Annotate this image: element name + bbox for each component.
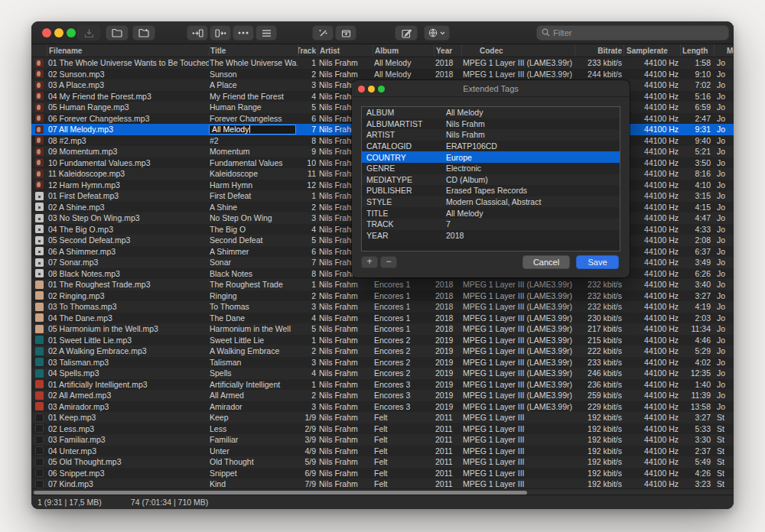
table-row[interactable]: 02 Less.mp3Less2/9Nils FrahmFelt2011MPEG… [31,423,734,435]
auto-tag-button[interactable] [312,25,334,41]
dialog-minimize-button[interactable] [368,86,375,92]
close-button[interactable] [42,28,51,37]
dialog-close-button[interactable] [358,86,365,92]
filter-input[interactable] [553,28,724,37]
table-row[interactable]: 03 To Thomas.mp3To Thomas3Nils FrahmEnco… [31,301,734,313]
column-header-album[interactable]: Album [373,44,434,57]
cell-year: 2011 [434,434,461,446]
cell-artist: Nils Frahm [317,390,373,401]
column-header-bitrate[interactable]: Bitrate [575,44,623,57]
table-row[interactable]: 04 The Dane.mp3The Dane4Nils FrahmEncore… [31,313,734,324]
table-row[interactable]: 01 Artificially Intelligent.mp3Artificia… [31,379,734,391]
cell-mode: Jo [714,357,734,368]
table-row[interactable]: 04 Spells.mp3Spells4Nils FrahmEncores 22… [31,368,734,379]
tag-row[interactable]: PUBLISHERErased Tapes Records [362,185,620,196]
open-folder-button[interactable] [106,25,129,41]
add-tag-button[interactable]: + [361,256,378,268]
web-lookup-button[interactable] [424,25,450,41]
edit-tags-button[interactable] [395,25,418,41]
tag-row[interactable]: STYLEModern Classical, Abstract [362,196,620,208]
cell-length: 5:49 [680,456,714,468]
cancel-button[interactable]: Cancel [522,255,570,269]
web-sources-button[interactable] [335,25,356,41]
table-row[interactable]: 01 Keep.mp3Keep1/9Nils FrahmFelt2011MPEG… [31,412,734,423]
column-header-track[interactable]: Track [298,44,317,57]
minimize-button[interactable] [54,28,63,37]
tag-row[interactable]: TRACK7 [362,219,620,230]
table-row[interactable]: 02 Ringing.mp3Ringing2Nils FrahmEncores … [31,290,734,302]
actions-button[interactable] [233,25,254,41]
cell-year: 2019 [434,401,461,413]
cell-mode: Jo [714,124,734,135]
column-header-artist[interactable]: Artist [317,44,373,57]
dialog-titlebar[interactable]: Extended Tags [352,80,630,97]
tag-row[interactable]: YEAR2018 [362,230,620,242]
tag-row[interactable]: COUNTRYEurope [362,151,620,163]
table-row[interactable]: 01 The Roughest Trade.mp3The Roughest Tr… [31,279,734,290]
column-header-year[interactable]: Year [434,44,461,57]
horizontal-scrollbar-thumb[interactable] [34,491,527,495]
tag-add-remove-group: + − [361,256,397,268]
cell-bitrate: 192 kbit/s [575,446,623,457]
table-row[interactable]: 02 A Walking Embrace.mp3A Walking Embrac… [31,345,734,357]
filename-to-tag-button[interactable] [210,25,231,41]
cell-length: 1:40 [680,379,714,391]
save-button[interactable]: Save [576,255,619,269]
table-row[interactable]: 01 Sweet Little Lie.mp3Sweet Little Lie1… [31,335,734,346]
table-row[interactable]: 03 Familiar.mp3Familiar3/9Nils FrahmFelt… [31,434,734,446]
tag-row[interactable]: MEDIATYPECD (Album) [362,174,620,186]
table-row[interactable]: 03 Amirador.mp3Amirador3Nils FrahmEncore… [31,401,734,413]
column-header-mode[interactable]: Mo [714,44,734,57]
cell-album: Encores 1 [373,279,434,290]
save-tags-button[interactable] [77,25,100,41]
dialog-zoom-button[interactable] [378,86,385,92]
zoom-button[interactable] [67,28,76,37]
title-edit-input[interactable]: All Melody [209,125,296,135]
cell-title: Human Range [209,102,298,113]
tag-row[interactable]: GENREElectronic [362,163,620,174]
album-art-icon [35,247,44,255]
tag-list-button[interactable] [256,25,277,41]
tag-row[interactable]: ALBUMAll Melody [362,107,620,118]
table-row[interactable]: 02 All Armed.mp3All Armed2Nils FrahmEnco… [31,390,734,401]
column-header-length[interactable]: Length [680,44,714,57]
cell-artist: Nils Frahm [317,434,373,446]
new-folder-button[interactable] [132,25,155,41]
cell-filename: 02 All Armed.mp3 [47,390,209,401]
cell-mode: Jo [714,290,734,302]
table-row[interactable]: 03 Talisman.mp3Talisman3Nils FrahmEncore… [31,357,734,368]
horizontal-scrollbar[interactable] [31,488,734,495]
album-art-icon [35,369,44,378]
cell-icon [31,168,47,180]
cell-icon [31,290,47,302]
tag-row[interactable]: TITLEAll Melody [362,207,620,219]
tag-row[interactable]: ARTISTNils Frahm [362,129,620,141]
table-row[interactable]: 06 Snippet.mp3Snippet6/9Nils FrahmFelt20… [31,468,734,479]
table-row[interactable]: 07 Kind.mp3Kind7/9Nils FrahmFelt2011MPEG… [31,478,734,488]
cell-title: Kind [209,478,298,488]
cell-album: Felt [373,456,434,468]
table-row[interactable]: 01 The Whole Universe Wants to Be Touche… [31,57,734,69]
cell-filename: 01 Artificially Intelligent.mp3 [47,379,209,391]
cell-filename: 03 No Step On Wing.mp3 [47,212,209,224]
cell-track: 5 [298,323,317,335]
column-header-title[interactable]: Title [209,44,298,57]
tag-to-filename-button[interactable] [187,25,208,41]
remove-tag-button[interactable]: − [380,256,397,268]
column-header-codec[interactable]: Codec [461,44,575,57]
cell-artist: Nils Frahm [317,357,373,368]
table-row[interactable]: 02 Sunson.mp3Sunson2Nils FrahmAll Melody… [31,69,734,80]
column-header-icon[interactable] [31,44,47,57]
column-header-samplerate[interactable]: Samplerate [623,44,680,57]
table-row[interactable]: 05 Harmonium in the Well.mp3Harmonium in… [31,323,734,335]
cell-icon [31,345,47,357]
table-row[interactable]: 04 Unter.mp3Unter4/9Nils FrahmFelt2011MP… [31,446,734,457]
column-header-filename[interactable]: Filename [47,44,209,57]
cell-artist: Nils Frahm [317,379,373,391]
tag-row[interactable]: CATALOGIDERATP106CD [362,141,620,152]
cell-filename: 03 Familiar.mp3 [47,434,209,446]
filter-field[interactable] [536,25,729,41]
table-row[interactable]: 05 Old Thought.mp3Old Thought5/9Nils Fra… [31,456,734,468]
cell-mode: St [714,446,734,457]
tag-row[interactable]: ALBUMARTISTNils Frahm [362,118,620,130]
